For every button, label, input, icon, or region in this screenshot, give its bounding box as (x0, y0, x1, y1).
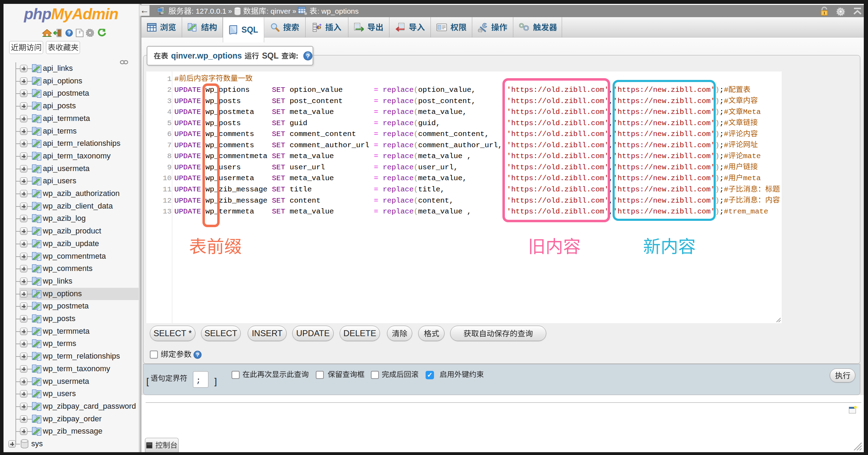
svg-text:?: ? (196, 352, 199, 358)
svg-text:?: ? (306, 52, 310, 59)
svg-text:?: ? (68, 30, 71, 36)
